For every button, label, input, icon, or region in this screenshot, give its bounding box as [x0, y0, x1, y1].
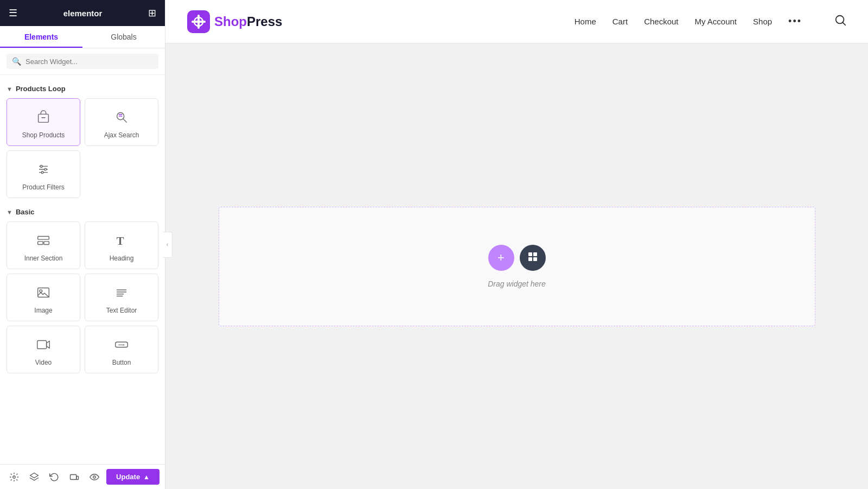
svg-rect-0: [39, 114, 49, 122]
nav-link-home[interactable]: Home: [575, 17, 596, 26]
widget-label-product-filters: Product Filters: [22, 183, 64, 191]
canvas-area: + Drag widget here: [165, 43, 868, 489]
layers-icon-btn[interactable]: [25, 468, 42, 486]
svg-rect-35: [528, 257, 532, 261]
settings-icon-btn[interactable]: [5, 468, 22, 486]
widget-label-inner-section: Inner Section: [24, 255, 63, 262]
search-input[interactable]: [25, 58, 153, 66]
responsive-icon-btn[interactable]: [66, 468, 83, 486]
search-icon: 🔍: [12, 57, 21, 66]
product-filters-icon: [34, 160, 53, 179]
nav-link-checkout[interactable]: Checkout: [644, 17, 678, 26]
nav-links: Home Cart Checkout My Account Shop •••: [575, 16, 802, 27]
sidebar-collapse-toggle[interactable]: ‹: [163, 232, 173, 258]
chevron-down-icon: ▼: [7, 86, 12, 92]
video-icon: [34, 335, 53, 354]
svg-rect-34: [533, 252, 537, 256]
sidebar-content: ▼ Products Loop Shop Products: [0, 75, 165, 464]
shop-products-icon: [34, 107, 53, 127]
sidebar-footer: Update ▲: [0, 464, 165, 489]
nav-more-icon[interactable]: •••: [788, 16, 802, 27]
widget-label-button: Button: [112, 359, 131, 366]
widget-text-editor[interactable]: Text Editor: [85, 274, 158, 321]
search-input-wrap: 🔍: [7, 54, 158, 69]
chevron-down-icon-basic: ▼: [7, 209, 12, 215]
update-chevron-icon: ▲: [143, 473, 150, 481]
tab-elements[interactable]: Elements: [0, 26, 82, 48]
hamburger-icon[interactable]: ☰: [9, 7, 17, 19]
add-widget-button[interactable]: +: [488, 245, 514, 271]
widget-button[interactable]: Button: [85, 326, 158, 373]
svg-rect-13: [38, 242, 43, 245]
svg-rect-1: [41, 117, 46, 118]
tab-globals[interactable]: Globals: [82, 26, 165, 48]
update-label: Update: [116, 473, 140, 481]
svg-rect-26: [71, 474, 76, 479]
plus-icon: +: [497, 251, 505, 265]
apps-grid-icon[interactable]: ⊞: [148, 7, 156, 19]
logo-text: ShopPress: [214, 14, 282, 29]
widget-label-heading: Heading: [110, 255, 134, 262]
svg-rect-22: [37, 341, 47, 349]
svg-line-32: [843, 22, 845, 25]
nav-link-shop[interactable]: Shop: [753, 17, 772, 26]
svg-point-9: [40, 166, 42, 168]
sidebar: ☰ elementor ⊞ Elements Globals 🔍 ▼ Produ…: [0, 0, 165, 489]
elementor-logo: elementor: [63, 9, 103, 18]
svg-rect-14: [44, 242, 49, 245]
basic-widget-grid: Inner Section T Heading: [0, 219, 165, 379]
svg-line-3: [123, 119, 126, 122]
widget-inner-section[interactable]: Inner Section: [7, 221, 80, 269]
widget-ajax-search[interactable]: Ajax Search: [85, 98, 158, 146]
widget-label-shop-products: Shop Products: [22, 131, 65, 139]
preview-icon-btn[interactable]: [86, 468, 103, 486]
sidebar-header-icons: ☰: [9, 7, 17, 19]
svg-point-28: [93, 475, 96, 478]
drop-zone[interactable]: + Drag widget here: [219, 207, 815, 326]
svg-point-17: [40, 290, 42, 293]
sidebar-header: ☰ elementor ⊞: [0, 0, 165, 26]
section-label-products-loop: Products Loop: [16, 85, 66, 93]
sidebar-tabs: Elements Globals: [0, 26, 165, 48]
logo-svg-icon: [187, 10, 210, 33]
widget-label-image: Image: [34, 307, 52, 314]
svg-point-11: [41, 172, 43, 174]
update-button[interactable]: Update ▲: [106, 469, 159, 485]
widget-label-ajax-search: Ajax Search: [104, 131, 139, 139]
inner-section-icon: [34, 231, 53, 250]
main-canvas: ShopPress Home Cart Checkout My Account …: [165, 0, 868, 489]
text-editor-icon: [112, 283, 131, 302]
history-icon-btn[interactable]: [46, 468, 62, 486]
svg-rect-36: [533, 257, 537, 261]
update-btn-wrap: Update ▲: [106, 469, 159, 485]
button-icon: [112, 335, 131, 354]
widget-label-video: Video: [35, 359, 52, 366]
drop-zone-buttons: +: [488, 245, 546, 271]
widget-heading[interactable]: T Heading: [85, 221, 158, 269]
section-header-basic[interactable]: ▼ Basic: [0, 204, 165, 219]
image-icon: [34, 283, 53, 302]
section-header-products-loop[interactable]: ▼ Products Loop: [0, 80, 165, 96]
widget-product-filters[interactable]: Product Filters: [7, 150, 80, 198]
top-nav: ShopPress Home Cart Checkout My Account …: [165, 0, 868, 43]
drag-widget-text: Drag widget here: [488, 280, 546, 288]
nav-link-cart[interactable]: Cart: [612, 17, 628, 26]
products-loop-widget-grid: Shop Products Ajax Search: [0, 96, 165, 204]
sidebar-search-wrap: 🔍: [0, 48, 165, 75]
svg-rect-27: [76, 476, 79, 479]
grid-icon: [528, 252, 538, 264]
app-container: ☰ elementor ⊞ Elements Globals 🔍 ▼ Produ…: [0, 0, 868, 489]
heading-icon: T: [112, 231, 131, 250]
widget-image[interactable]: Image: [7, 274, 80, 321]
svg-rect-12: [38, 237, 49, 240]
grid-view-button[interactable]: [520, 245, 546, 271]
nav-link-my-account[interactable]: My Account: [695, 17, 737, 26]
ajax-search-icon: [112, 107, 131, 127]
nav-search-icon[interactable]: [834, 14, 846, 29]
svg-point-10: [44, 168, 47, 170]
nav-logo: ShopPress: [187, 10, 282, 33]
svg-rect-33: [528, 252, 532, 256]
widget-shop-products[interactable]: Shop Products: [7, 98, 80, 146]
widget-label-text-editor: Text Editor: [106, 307, 137, 314]
widget-video[interactable]: Video: [7, 326, 80, 373]
